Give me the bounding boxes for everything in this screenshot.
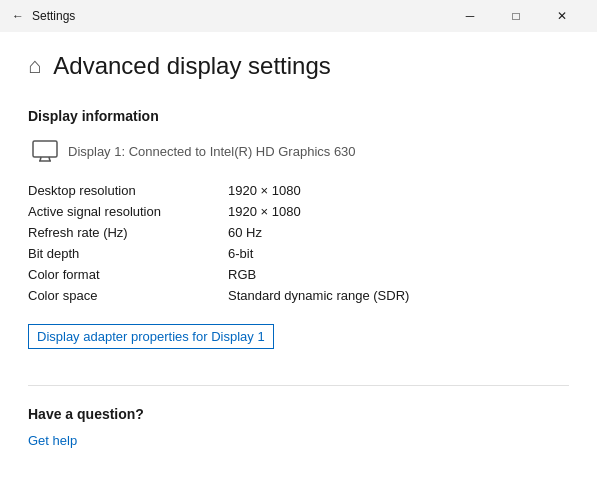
title-bar-title: Settings [32, 9, 75, 23]
section-divider [28, 385, 569, 386]
window: ← Settings ─ □ ✕ ⌂ Advanced display sett… [0, 0, 597, 502]
monitor-icon [32, 140, 58, 162]
page-title: Advanced display settings [53, 52, 331, 80]
display-info-table: Desktop resolution1920 × 1080Active sign… [28, 180, 569, 306]
content-area: ⌂ Advanced display settings Display info… [0, 32, 597, 502]
table-row: Active signal resolution1920 × 1080 [28, 201, 569, 222]
table-row: Desktop resolution1920 × 1080 [28, 180, 569, 201]
faq-section: Have a question? Get help [28, 406, 569, 448]
table-row: Refresh rate (Hz)60 Hz [28, 222, 569, 243]
display-icon-row: Display 1: Connected to Intel(R) HD Grap… [28, 140, 569, 162]
title-bar: ← Settings ─ □ ✕ [0, 0, 597, 32]
info-label: Refresh rate (Hz) [28, 222, 228, 243]
maximize-button[interactable]: □ [493, 0, 539, 32]
display-info-section: Display information Display 1: Connected… [28, 108, 569, 377]
table-row: Color spaceStandard dynamic range (SDR) [28, 285, 569, 306]
title-bar-controls: ─ □ ✕ [447, 0, 585, 32]
info-value: 60 Hz [228, 222, 569, 243]
info-label: Desktop resolution [28, 180, 228, 201]
close-button[interactable]: ✕ [539, 0, 585, 32]
back-button[interactable]: ← [12, 9, 24, 23]
table-row: Bit depth6-bit [28, 243, 569, 264]
display-connection-label: Display 1: Connected to Intel(R) HD Grap… [68, 144, 356, 159]
info-label: Bit depth [28, 243, 228, 264]
get-help-link[interactable]: Get help [28, 433, 77, 448]
adapter-properties-link[interactable]: Display adapter properties for Display 1 [28, 324, 274, 349]
info-value: Standard dynamic range (SDR) [228, 285, 569, 306]
title-bar-left: ← Settings [12, 9, 447, 23]
minimize-button[interactable]: ─ [447, 0, 493, 32]
info-value: RGB [228, 264, 569, 285]
section-title-display-info: Display information [28, 108, 569, 124]
info-value: 1920 × 1080 [228, 201, 569, 222]
info-value: 6-bit [228, 243, 569, 264]
info-label: Color format [28, 264, 228, 285]
faq-title: Have a question? [28, 406, 569, 422]
table-row: Color formatRGB [28, 264, 569, 285]
info-label: Active signal resolution [28, 201, 228, 222]
home-icon: ⌂ [28, 53, 41, 79]
info-label: Color space [28, 285, 228, 306]
svg-rect-0 [33, 141, 57, 157]
page-header: ⌂ Advanced display settings [28, 52, 569, 80]
info-value: 1920 × 1080 [228, 180, 569, 201]
